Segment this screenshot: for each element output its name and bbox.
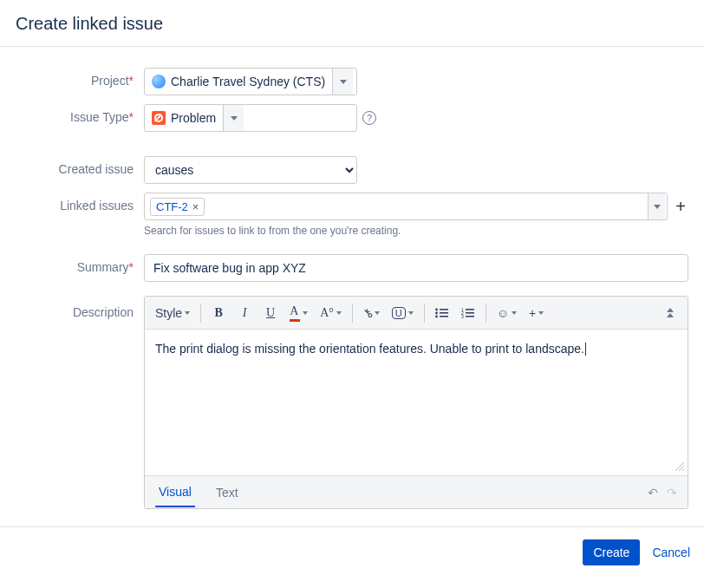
svg-point-0 bbox=[435, 308, 438, 310]
text-color-button[interactable]: A bbox=[284, 301, 313, 325]
issue-type-selected-value: Problem bbox=[171, 111, 216, 125]
svg-text:3: 3 bbox=[461, 314, 464, 318]
required-marker: * bbox=[129, 74, 134, 88]
issue-type-help-icon[interactable]: ? bbox=[362, 111, 376, 125]
dialog-header: Create linked issue bbox=[0, 0, 704, 47]
more-formatting-button[interactable]: A° bbox=[315, 301, 347, 325]
italic-button[interactable]: I bbox=[232, 301, 257, 325]
linked-issues-hint: Search for issues to link to from the on… bbox=[144, 225, 688, 237]
description-row: Description Style B I U A A° ⚷ U bbox=[16, 296, 688, 509]
emoji-button[interactable]: ☺ bbox=[492, 301, 522, 325]
dialog-title: Create linked issue bbox=[16, 14, 688, 34]
linked-issues-label: Linked issues bbox=[16, 193, 144, 212]
issue-type-select[interactable]: Problem bbox=[144, 104, 357, 132]
bold-button[interactable]: B bbox=[206, 301, 231, 325]
svg-point-4 bbox=[435, 315, 438, 317]
description-content: The print dialog is missing the orientat… bbox=[155, 342, 584, 356]
dialog-footer: Create Cancel bbox=[0, 526, 704, 578]
insert-more-button[interactable]: + bbox=[524, 301, 549, 325]
numbered-list-button[interactable]: 123 bbox=[456, 301, 480, 325]
chevron-down-icon bbox=[538, 311, 544, 315]
collapse-toolbar-button[interactable] bbox=[658, 301, 682, 325]
plus-icon: + bbox=[529, 306, 536, 320]
tab-visual[interactable]: Visual bbox=[155, 478, 195, 507]
issue-type-row: Issue Type* Problem ? bbox=[16, 104, 688, 132]
issue-type-icon bbox=[152, 111, 166, 125]
summary-row: Summary* bbox=[16, 254, 688, 282]
resize-handle[interactable] bbox=[145, 460, 688, 475]
redo-button[interactable]: ↷ bbox=[667, 486, 677, 500]
chevron-down-icon bbox=[336, 311, 342, 315]
editor-toolbar: Style B I U A A° ⚷ U 123 bbox=[145, 297, 688, 330]
required-marker: * bbox=[129, 110, 134, 124]
created-issue-label: Created issue bbox=[16, 156, 144, 176]
style-dropdown-button[interactable]: Style bbox=[150, 301, 195, 325]
svg-rect-11 bbox=[466, 316, 474, 317]
bullet-list-icon bbox=[435, 308, 448, 318]
attachment-button[interactable]: U bbox=[387, 301, 419, 325]
svg-point-2 bbox=[435, 311, 438, 314]
remove-tag-icon[interactable]: × bbox=[192, 200, 199, 213]
tab-text[interactable]: Text bbox=[212, 479, 242, 506]
link-button[interactable]: ⚷ bbox=[358, 301, 385, 325]
emoji-icon: ☺ bbox=[497, 306, 509, 320]
editor-footer: Visual Text ↶ ↷ bbox=[145, 475, 688, 508]
summary-label: Summary* bbox=[16, 254, 144, 274]
toolbar-separator bbox=[200, 304, 201, 323]
linked-issues-row: Linked issues CTF-2 × + Search for issue… bbox=[16, 193, 688, 237]
description-label: Description bbox=[16, 296, 144, 319]
chevron-down-icon bbox=[512, 311, 517, 315]
required-marker: * bbox=[129, 260, 134, 274]
chevron-down-icon bbox=[185, 311, 190, 315]
project-selected-value: Charlie Travel Sydney (CTS) bbox=[171, 75, 325, 88]
linked-issues-dropdown-toggle[interactable] bbox=[648, 193, 665, 219]
chevron-down-icon bbox=[654, 205, 661, 209]
project-row: Project* Charlie Travel Sydney (CTS) bbox=[16, 68, 688, 95]
toolbar-separator bbox=[352, 304, 353, 323]
issue-type-label: Issue Type* bbox=[16, 104, 144, 124]
toolbar-separator bbox=[424, 304, 425, 323]
linked-issue-key: CTF-2 bbox=[156, 200, 188, 213]
add-linked-issue-button[interactable]: + bbox=[673, 199, 688, 214]
chevron-down-icon bbox=[231, 116, 238, 121]
project-select[interactable]: Charlie Travel Sydney (CTS) bbox=[144, 68, 357, 95]
chevron-down-icon bbox=[340, 80, 347, 84]
toolbar-separator bbox=[486, 304, 486, 323]
created-issue-row: Created issue causes bbox=[16, 156, 688, 184]
summary-input[interactable] bbox=[144, 254, 688, 282]
project-avatar-icon bbox=[152, 75, 166, 88]
svg-rect-5 bbox=[440, 316, 448, 317]
svg-rect-7 bbox=[466, 309, 474, 310]
create-button[interactable]: Create bbox=[583, 539, 640, 565]
bullet-list-button[interactable] bbox=[430, 301, 454, 325]
cancel-button[interactable]: Cancel bbox=[652, 546, 690, 559]
numbered-list-icon: 123 bbox=[461, 308, 474, 318]
form-body: Project* Charlie Travel Sydney (CTS) Iss… bbox=[0, 47, 704, 526]
chevron-down-icon bbox=[408, 311, 414, 315]
svg-rect-1 bbox=[440, 309, 448, 310]
project-dropdown-toggle[interactable] bbox=[332, 69, 353, 95]
underline-button[interactable]: U bbox=[258, 301, 283, 325]
project-label: Project* bbox=[16, 68, 144, 88]
collapse-icon bbox=[667, 308, 674, 317]
linked-issues-input[interactable]: CTF-2 × bbox=[144, 193, 668, 220]
description-textarea[interactable]: The print dialog is missing the orientat… bbox=[145, 330, 688, 460]
text-cursor bbox=[585, 343, 586, 356]
issue-type-dropdown-toggle[interactable] bbox=[223, 105, 244, 131]
created-issue-select[interactable]: causes bbox=[144, 156, 357, 184]
chevron-down-icon bbox=[303, 311, 308, 315]
rich-text-editor: Style B I U A A° ⚷ U 123 bbox=[144, 296, 688, 509]
svg-rect-9 bbox=[466, 312, 474, 314]
svg-rect-3 bbox=[440, 312, 448, 314]
linked-issue-tag[interactable]: CTF-2 × bbox=[150, 198, 205, 216]
undo-button[interactable]: ↶ bbox=[648, 486, 658, 500]
